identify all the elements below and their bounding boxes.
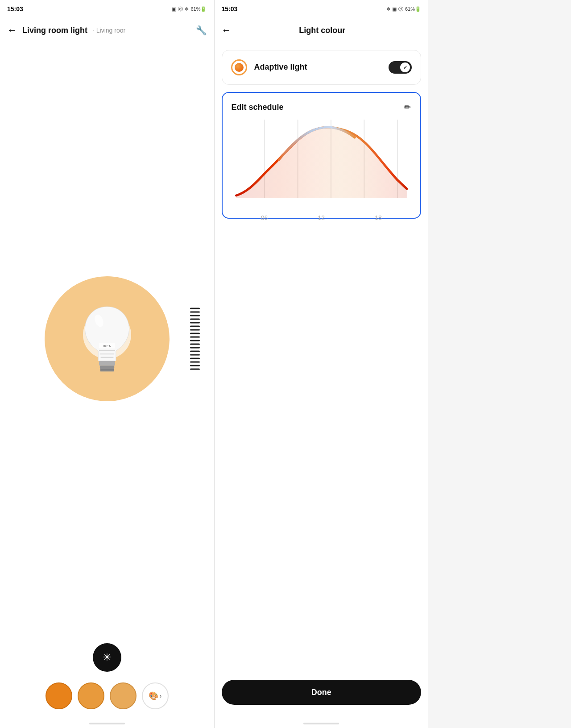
chart-label-18: 18 <box>375 214 382 221</box>
slider-tick <box>190 358 200 359</box>
right-battery-icon: 61%🔋 <box>405 6 421 12</box>
disney-icon: ⓓ <box>178 6 183 12</box>
adaptive-icon-inner <box>235 63 244 72</box>
edit-icon[interactable]: ✏ <box>404 102 411 112</box>
right-status-time: 15:03 <box>222 5 238 12</box>
slider-tick <box>190 333 200 334</box>
left-nav-title: Living room light <box>22 26 87 35</box>
slider-tick <box>190 308 200 309</box>
right-disney-icon: ▣ <box>392 6 397 12</box>
slider-tick <box>190 368 200 370</box>
slider-tick <box>190 325 200 327</box>
slider-tick <box>190 350 200 352</box>
right-panel: 15:03 ❄ ▣ ⓓ 61%🔋 ← Light colour Adaptive… <box>215 0 429 728</box>
left-status-bar: 15:03 ▣ ⓓ ❄ 61%🔋 <box>0 0 214 18</box>
left-panel: 15:03 ▣ ⓓ ❄ 61%🔋 ← Living room light · L… <box>0 0 214 728</box>
bottom-controls: ☀ 🎨 › <box>0 634 214 723</box>
right-content: Adaptive light ✓ Edit schedule ✏ <box>215 43 429 671</box>
left-scroll-indicator <box>89 723 125 724</box>
swatch-warm-orange[interactable] <box>46 682 72 709</box>
right-top-nav: ← Light colour <box>215 18 429 43</box>
right-nav-title: Light colour <box>237 26 422 35</box>
adaptive-icon <box>231 59 247 75</box>
slider-tick <box>190 329 200 330</box>
slider-tick <box>190 322 200 323</box>
right-status-bar: 15:03 ❄ ▣ ⓓ 61%🔋 <box>215 0 429 18</box>
slider-tick <box>190 365 200 366</box>
svg-rect-5 <box>100 366 114 369</box>
slider-tick <box>190 318 200 320</box>
slider-tick <box>190 361 200 362</box>
adaptive-toggle[interactable]: ✓ <box>389 61 412 74</box>
brightness-slider[interactable] <box>190 308 200 370</box>
slider-tick <box>190 347 200 348</box>
slider-tick <box>190 311 200 312</box>
schedule-chart: 06 12 18 <box>232 120 412 209</box>
right-status-icons: ❄ ▣ ⓓ 61%🔋 <box>386 6 421 12</box>
bulb-circle: IKEA <box>45 276 170 401</box>
right-signal-icon: ⓓ <box>398 6 403 12</box>
left-status-time: 15:03 <box>7 5 23 12</box>
left-status-icons: ▣ ⓓ ❄ 61%🔋 <box>172 6 207 12</box>
signal-icon: ❄ <box>185 6 189 12</box>
slider-tick <box>190 343 200 345</box>
bulb-area: IKEA <box>0 43 214 634</box>
color-wheel-icon: 🎨 <box>149 691 158 701</box>
slider-tick <box>190 336 200 337</box>
schedule-title: Edit schedule <box>232 103 284 112</box>
toggle-knob: ✓ <box>400 62 410 72</box>
check-icon: ✓ <box>403 65 407 71</box>
slider-tick <box>190 354 200 355</box>
swatch-light-orange[interactable] <box>110 682 137 709</box>
svg-rect-4 <box>99 361 115 366</box>
right-scroll-indicator <box>303 723 339 724</box>
more-colors-button[interactable]: 🎨 › <box>142 682 169 709</box>
chart-x-labels: 06 12 18 <box>232 211 412 221</box>
sun-icon: ☀ <box>103 652 112 663</box>
left-back-button[interactable]: ← <box>7 25 17 35</box>
right-back-button[interactable]: ← <box>222 25 232 35</box>
done-section: Done <box>215 671 429 723</box>
svg-text:IKEA: IKEA <box>103 344 111 348</box>
chevron-right-icon: › <box>159 692 161 699</box>
battery-icon: 61%🔋 <box>190 6 207 12</box>
color-swatches-row: 🎨 › <box>46 682 169 709</box>
left-top-nav: ← Living room light · Living roor 🔧 <box>0 18 214 43</box>
chart-label-06: 06 <box>261 214 268 221</box>
bulb-image: IKEA <box>71 299 143 379</box>
slider-tick <box>190 315 200 316</box>
schedule-chart-svg <box>232 120 412 209</box>
done-button[interactable]: Done <box>222 680 422 705</box>
schedule-header: Edit schedule ✏ <box>232 102 412 112</box>
slider-tick <box>190 340 200 341</box>
settings-button[interactable]: 🔧 <box>196 25 207 36</box>
brightness-button[interactable]: ☀ <box>93 643 121 672</box>
adaptive-light-card: Adaptive light ✓ <box>222 50 422 85</box>
right-notif-icon: ❄ <box>386 6 390 12</box>
left-nav-subtitle: · Living roor <box>93 27 125 34</box>
schedule-card: Edit schedule ✏ <box>222 92 422 219</box>
notification-icon: ▣ <box>172 6 176 12</box>
adaptive-light-label: Adaptive light <box>254 62 382 72</box>
chart-label-12: 12 <box>318 214 325 221</box>
swatch-medium-orange[interactable] <box>78 682 104 709</box>
